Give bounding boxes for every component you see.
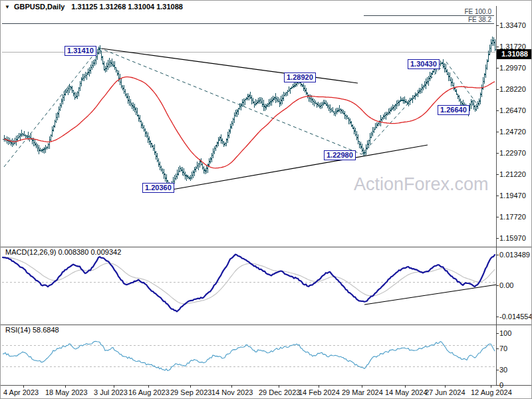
chart-window: ActionForex.com MACD(12,26,9) 0.008380 0… <box>0 0 532 399</box>
chart-canvas[interactable] <box>1 1 532 399</box>
